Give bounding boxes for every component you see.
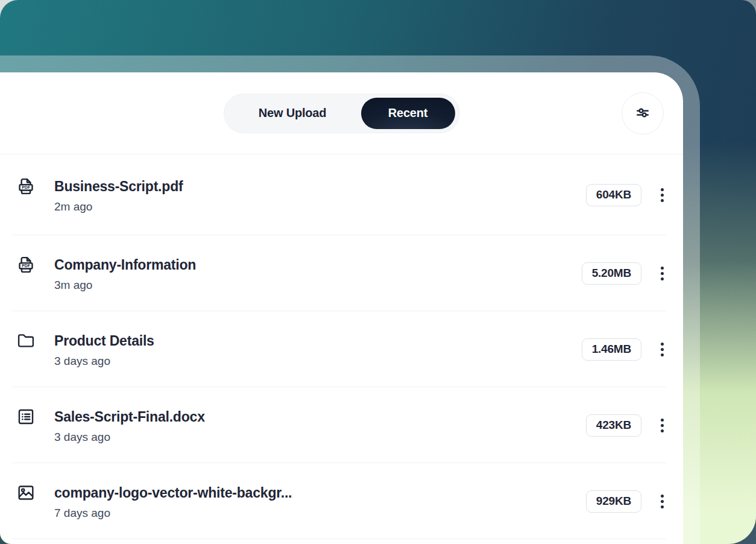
file-size-badge: 1.46MB xyxy=(582,338,641,361)
file-time: 2m ago xyxy=(54,200,586,214)
folder-icon xyxy=(16,331,36,351)
file-name: Sales-Script-Final.docx xyxy=(54,406,586,427)
file-name: Company-Information xyxy=(54,255,582,275)
sliders-icon xyxy=(634,104,652,124)
pdf-file-icon: PDF xyxy=(16,176,36,197)
file-options-kebab-button[interactable] xyxy=(658,264,666,283)
file-size-badge: 604KB xyxy=(586,184,641,206)
file-row[interactable]: PDF Business-Script.pdf 2m ago 604KB xyxy=(0,154,683,235)
file-options-kebab-button[interactable] xyxy=(658,340,666,359)
file-size-badge: 929KB xyxy=(586,490,641,513)
file-size-badge: 5.20MB xyxy=(582,262,641,285)
file-time: 3 days ago xyxy=(54,354,582,368)
file-time: 3m ago xyxy=(54,278,582,293)
file-list: PDF Business-Script.pdf 2m ago 604KB xyxy=(0,154,683,544)
file-options-kebab-button[interactable] xyxy=(658,492,666,511)
tab-recent[interactable]: Recent xyxy=(361,98,455,129)
file-time: 7 days ago xyxy=(54,506,586,520)
upload-recent-segmented-control: New Upload Recent xyxy=(224,93,460,133)
image-icon xyxy=(16,482,36,503)
file-row[interactable]: PDF Company-Information 3m ago 5.20MB xyxy=(0,235,683,311)
file-meta: Company-Information 3m ago xyxy=(54,255,582,293)
svg-text:PDF: PDF xyxy=(22,185,30,189)
file-name: Product Details xyxy=(54,331,582,351)
file-row[interactable]: Sales-Script-Final.docx 3 days ago 423KB xyxy=(0,387,683,463)
file-time: 3 days ago xyxy=(54,430,586,444)
tab-new-upload[interactable]: New Upload xyxy=(224,106,361,120)
file-meta: Business-Script.pdf 2m ago xyxy=(54,176,586,214)
file-row[interactable]: Product Details 3 days ago 1.46MB xyxy=(0,311,683,387)
file-name: Business-Script.pdf xyxy=(54,176,586,197)
file-meta: Product Details 3 days ago xyxy=(54,331,582,368)
file-row[interactable]: company-logo-vector-white-backgr... 7 da… xyxy=(0,463,683,539)
file-meta: Sales-Script-Final.docx 3 days ago xyxy=(54,406,586,444)
document-list-icon xyxy=(16,406,36,427)
file-size-badge: 423KB xyxy=(586,414,641,437)
filter-button[interactable] xyxy=(622,92,664,134)
card-header: New Upload Recent xyxy=(0,72,683,154)
svg-text:PDF: PDF xyxy=(22,264,30,268)
files-card: New Upload Recent PDF xyxy=(0,72,683,544)
file-meta: company-logo-vector-white-backgr... 7 da… xyxy=(54,482,586,520)
file-options-kebab-button[interactable] xyxy=(658,416,666,435)
pdf-file-icon: PDF xyxy=(16,255,36,275)
file-options-kebab-button[interactable] xyxy=(658,185,666,204)
file-name: company-logo-vector-white-backgr... xyxy=(54,482,586,503)
